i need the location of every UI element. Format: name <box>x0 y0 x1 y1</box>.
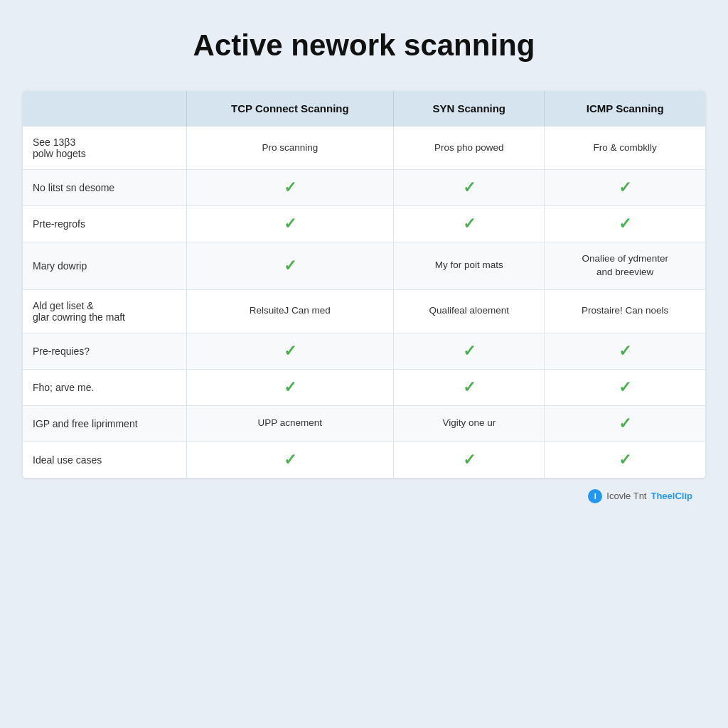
cell-icmp: Fro & combklly <box>545 127 705 170</box>
checkmark-icon: ✓ <box>463 215 476 232</box>
col-header-syn: SYN Scanning <box>394 91 545 127</box>
page-title: Active nework scanning <box>193 28 535 63</box>
cell-tcp: ✓ <box>186 206 394 242</box>
cell-syn: ✓ <box>394 441 545 478</box>
cell-icmp: ✓ <box>545 170 705 206</box>
footer-brand: TheelClip <box>651 491 692 501</box>
cell-feature: IGP and free liprimment <box>23 405 186 441</box>
cell-syn: Vigity one ur <box>394 405 545 441</box>
cell-value: Vigity one ur <box>442 417 496 428</box>
cell-icmp: ✓ <box>545 369 705 405</box>
cell-value: Pro scanning <box>262 142 318 153</box>
cell-tcp: RelsuiteJ Can med <box>186 289 394 333</box>
cell-feature: Ideal use cases <box>23 441 186 478</box>
cell-value: My for poit mats <box>435 259 503 270</box>
checkmark-icon: ✓ <box>284 342 296 360</box>
cell-tcp: ✓ <box>186 242 394 290</box>
checkmark-icon: ✓ <box>284 178 296 196</box>
comparison-table: TCP Connect Scanning SYN Scanning ICMP S… <box>23 91 705 478</box>
cell-feature: Prte-regrofs <box>23 206 186 242</box>
cell-value: Qualifeal aloement <box>429 305 510 316</box>
checkmark-icon: ✓ <box>463 451 476 469</box>
cell-tcp: ✓ <box>186 170 394 206</box>
checkmark-icon: ✓ <box>284 257 296 274</box>
checkmark-icon: ✓ <box>619 451 631 469</box>
cell-feature: Pre-requies? <box>23 333 186 369</box>
checkmark-icon: ✓ <box>463 378 476 396</box>
cell-feature: Mary dowrip <box>23 242 186 290</box>
cell-icmp: Prostaire! Can noels <box>545 289 705 333</box>
cell-icmp: ✓ <box>545 405 705 441</box>
checkmark-icon: ✓ <box>463 342 476 360</box>
footer: I Icovle Tnt TheelClip <box>588 489 714 503</box>
cell-feature: Ald get liset & glar cowring the maft <box>23 289 186 333</box>
cell-icmp: Onaliee of ydmenter and breeview <box>545 242 705 290</box>
col-header-icmp: ICMP Scanning <box>545 91 705 127</box>
cell-tcp: ✓ <box>186 333 394 369</box>
checkmark-icon: ✓ <box>619 215 631 232</box>
checkmark-icon: ✓ <box>619 378 631 396</box>
cell-tcp: ✓ <box>186 369 394 405</box>
checkmark-icon: ✓ <box>284 378 296 396</box>
table-row: Ideal use cases✓✓✓ <box>23 441 705 478</box>
footer-text: Icovle Tnt <box>606 491 646 501</box>
cell-value: Onaliee of ydmenter and breeview <box>582 253 668 277</box>
comparison-table-wrapper: TCP Connect Scanning SYN Scanning ICMP S… <box>23 91 705 478</box>
cell-value: Fro & combklly <box>594 142 657 153</box>
cell-icmp: ✓ <box>545 333 705 369</box>
col-header-feature <box>23 91 186 127</box>
checkmark-icon: ✓ <box>463 178 476 196</box>
footer-icon: I <box>588 489 602 503</box>
checkmark-icon: ✓ <box>619 414 631 432</box>
cell-tcp: UPP acnement <box>186 405 394 441</box>
cell-syn: Qualifeal aloement <box>394 289 545 333</box>
cell-syn: ✓ <box>394 206 545 242</box>
cell-syn: My for poit mats <box>394 242 545 290</box>
table-row: Mary dowrip✓My for poit matsOnaliee of y… <box>23 242 705 290</box>
cell-feature: See 13β3 polw hogets <box>23 127 186 170</box>
table-row: Ald get liset & glar cowring the maftRel… <box>23 289 705 333</box>
cell-value: UPP acnement <box>258 417 323 428</box>
table-header-row: TCP Connect Scanning SYN Scanning ICMP S… <box>23 91 705 127</box>
cell-value: RelsuiteJ Can med <box>250 305 331 316</box>
table-row: No litst sn desome✓✓✓ <box>23 170 705 206</box>
checkmark-icon: ✓ <box>619 178 631 196</box>
cell-feature: No litst sn desome <box>23 170 186 206</box>
cell-icmp: ✓ <box>545 206 705 242</box>
cell-syn: Pros pho powed <box>394 127 545 170</box>
cell-syn: ✓ <box>394 170 545 206</box>
table-row: IGP and free liprimmentUPP acnementVigit… <box>23 405 705 441</box>
table-row: See 13β3 polw hogetsPro scanningPros pho… <box>23 127 705 170</box>
table-row: Fho; arve me.✓✓✓ <box>23 369 705 405</box>
cell-icmp: ✓ <box>545 441 705 478</box>
cell-syn: ✓ <box>394 333 545 369</box>
checkmark-icon: ✓ <box>619 342 631 360</box>
cell-feature: Fho; arve me. <box>23 369 186 405</box>
cell-tcp: ✓ <box>186 441 394 478</box>
table-row: Pre-requies?✓✓✓ <box>23 333 705 369</box>
cell-syn: ✓ <box>394 369 545 405</box>
checkmark-icon: ✓ <box>284 215 296 232</box>
cell-tcp: Pro scanning <box>186 127 394 170</box>
cell-value: Prostaire! Can noels <box>582 305 668 316</box>
cell-value: Pros pho powed <box>434 142 504 153</box>
col-header-tcp: TCP Connect Scanning <box>186 91 394 127</box>
checkmark-icon: ✓ <box>284 451 296 469</box>
table-row: Prte-regrofs✓✓✓ <box>23 206 705 242</box>
